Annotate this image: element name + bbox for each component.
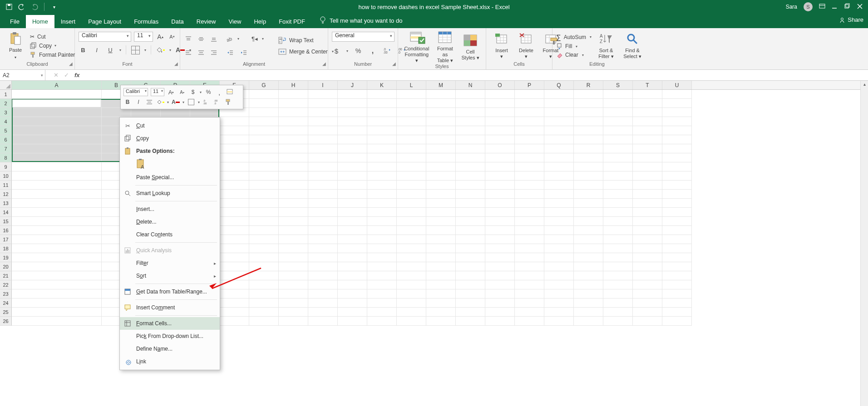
cell[interactable] bbox=[338, 226, 367, 235]
cell[interactable] bbox=[249, 235, 279, 244]
mini-font-name[interactable]: Calibri bbox=[123, 88, 148, 96]
ctx-filter[interactable]: Filter▸ bbox=[120, 257, 220, 269]
cut-button[interactable]: ✂Cut bbox=[30, 34, 75, 40]
cell[interactable] bbox=[426, 117, 456, 126]
cell[interactable] bbox=[633, 262, 662, 271]
cell[interactable] bbox=[249, 271, 279, 280]
select-all-corner[interactable] bbox=[0, 81, 12, 89]
cell[interactable] bbox=[279, 289, 308, 298]
cell[interactable] bbox=[279, 135, 308, 144]
cell[interactable] bbox=[308, 90, 338, 99]
ctx-cut[interactable]: ✂Cut bbox=[120, 119, 220, 132]
font-size-select[interactable]: 11 bbox=[134, 32, 153, 42]
row-header[interactable]: 6 bbox=[0, 135, 12, 144]
cell[interactable] bbox=[426, 90, 456, 99]
cell[interactable] bbox=[279, 317, 308, 326]
cell[interactable] bbox=[574, 262, 603, 271]
cell[interactable] bbox=[279, 244, 308, 253]
cell[interactable] bbox=[485, 289, 515, 298]
cell[interactable] bbox=[249, 108, 279, 117]
cell[interactable] bbox=[603, 162, 633, 171]
accounting-button[interactable]: $ bbox=[332, 46, 341, 55]
cell[interactable] bbox=[279, 217, 308, 226]
cell[interactable] bbox=[544, 153, 574, 162]
cell[interactable] bbox=[456, 171, 485, 181]
cell[interactable] bbox=[662, 208, 692, 217]
cell[interactable] bbox=[367, 108, 397, 117]
cell[interactable] bbox=[456, 235, 485, 244]
cell[interactable] bbox=[397, 171, 426, 181]
cell[interactable] bbox=[308, 271, 338, 280]
cell[interactable] bbox=[131, 108, 161, 117]
cell[interactable] bbox=[220, 171, 249, 181]
cell[interactable] bbox=[633, 90, 662, 99]
cell[interactable] bbox=[12, 181, 102, 190]
paste-button[interactable]: Paste ▾ bbox=[4, 31, 27, 60]
row-header[interactable]: 16 bbox=[0, 226, 12, 235]
cell[interactable] bbox=[220, 144, 249, 153]
qat-customize-icon[interactable]: ▾ bbox=[49, 2, 59, 11]
cell[interactable] bbox=[574, 190, 603, 199]
cell[interactable] bbox=[574, 235, 603, 244]
cell[interactable] bbox=[485, 153, 515, 162]
cell[interactable] bbox=[662, 262, 692, 271]
cell[interactable] bbox=[338, 181, 367, 190]
cell[interactable] bbox=[515, 244, 544, 253]
ctx-link[interactable]: Link bbox=[120, 355, 220, 368]
align-top-icon[interactable] bbox=[184, 34, 193, 44]
fx-icon[interactable]: fx bbox=[74, 72, 80, 78]
cell[interactable] bbox=[367, 90, 397, 99]
cell[interactable] bbox=[367, 99, 397, 108]
tab-help[interactable]: Help bbox=[247, 15, 272, 28]
cell[interactable] bbox=[456, 208, 485, 217]
cell[interactable] bbox=[249, 298, 279, 308]
cell[interactable] bbox=[515, 135, 544, 144]
cell[interactable] bbox=[544, 171, 574, 181]
cell[interactable] bbox=[279, 144, 308, 153]
cell[interactable] bbox=[249, 217, 279, 226]
mini-fill-color-icon[interactable] bbox=[156, 98, 164, 106]
cell[interactable] bbox=[662, 244, 692, 253]
cell[interactable] bbox=[515, 226, 544, 235]
cell[interactable] bbox=[12, 244, 102, 253]
cell[interactable] bbox=[603, 99, 633, 108]
mini-accounting-icon[interactable]: $ bbox=[189, 88, 197, 96]
cell[interactable] bbox=[426, 280, 456, 289]
cell[interactable] bbox=[633, 162, 662, 171]
cell[interactable] bbox=[544, 280, 574, 289]
column-header[interactable]: U bbox=[662, 81, 692, 89]
cell[interactable] bbox=[544, 199, 574, 208]
row-header[interactable]: 15 bbox=[0, 217, 12, 226]
cell[interactable] bbox=[544, 308, 574, 317]
mini-border-icon[interactable] bbox=[187, 98, 195, 106]
column-header[interactable]: L bbox=[397, 81, 426, 89]
cell[interactable] bbox=[249, 99, 279, 108]
cell[interactable] bbox=[574, 126, 603, 135]
tab-foxit-pdf[interactable]: Foxit PDF bbox=[272, 15, 311, 28]
row-header[interactable]: 10 bbox=[0, 171, 12, 181]
dialog-launcher-icon[interactable]: ◢ bbox=[69, 61, 73, 66]
cell[interactable] bbox=[515, 280, 544, 289]
row-header[interactable]: 11 bbox=[0, 181, 12, 190]
undo-icon[interactable] bbox=[17, 2, 26, 11]
cell[interactable] bbox=[279, 117, 308, 126]
orientation-icon[interactable]: ab bbox=[226, 34, 235, 44]
cell[interactable] bbox=[249, 90, 279, 99]
cell[interactable] bbox=[338, 190, 367, 199]
cell[interactable] bbox=[662, 289, 692, 298]
cell[interactable] bbox=[456, 153, 485, 162]
cell[interactable] bbox=[220, 308, 249, 317]
row-header[interactable]: 25 bbox=[0, 308, 12, 317]
cell[interactable] bbox=[662, 153, 692, 162]
cell[interactable] bbox=[544, 289, 574, 298]
cell[interactable] bbox=[515, 162, 544, 171]
cell[interactable] bbox=[12, 126, 102, 135]
cell[interactable] bbox=[308, 208, 338, 217]
cell[interactable] bbox=[485, 262, 515, 271]
cell[interactable] bbox=[397, 108, 426, 117]
cell[interactable] bbox=[633, 171, 662, 181]
save-icon[interactable] bbox=[5, 2, 14, 11]
cell[interactable] bbox=[367, 298, 397, 308]
cell[interactable] bbox=[662, 317, 692, 326]
cell[interactable] bbox=[633, 144, 662, 153]
